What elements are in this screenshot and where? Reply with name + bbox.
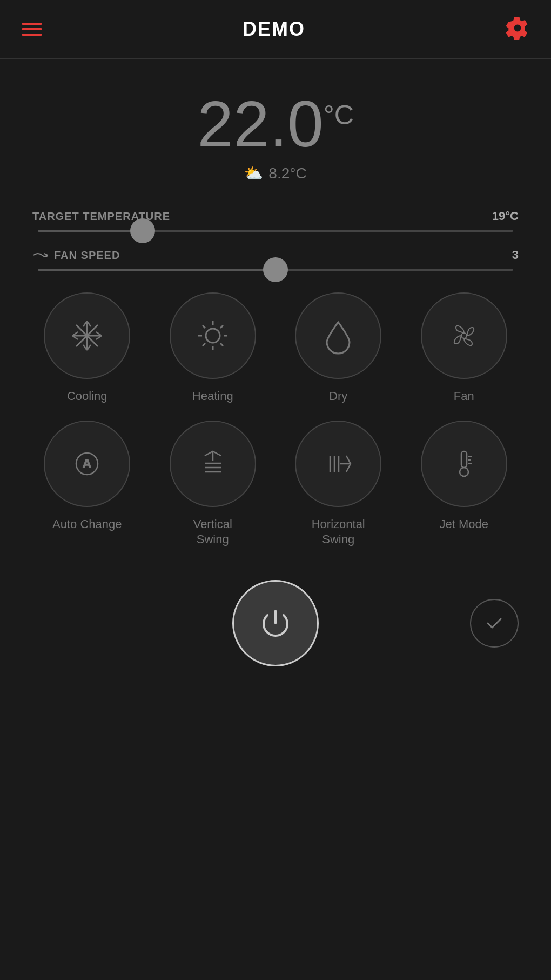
fan-speed-fill xyxy=(38,269,276,271)
temperature-display: 22.0°C ⛅ 8.2°C xyxy=(32,81,519,182)
target-temp-slider[interactable] xyxy=(38,230,513,232)
header: DEMO xyxy=(0,0,551,59)
mode-jet[interactable]: Jet Mode xyxy=(409,421,519,548)
power-button[interactable] xyxy=(232,580,319,666)
svg-point-14 xyxy=(206,329,220,343)
sun-icon xyxy=(194,317,232,355)
fan-icon xyxy=(445,317,483,355)
dry-circle xyxy=(295,292,381,379)
page-title: DEMO xyxy=(243,18,305,41)
mode-fan[interactable]: Fan xyxy=(409,292,519,404)
bottom-controls xyxy=(32,580,519,666)
dry-label: Dry xyxy=(329,389,347,404)
target-temp-row: TARGET TEMPERATURE 19°C xyxy=(32,209,519,232)
fan-circle xyxy=(421,292,507,379)
auto-change-label: Auto Change xyxy=(52,517,122,532)
horizontal-swing-circle xyxy=(295,421,381,507)
fan-speed-label: FAN SPEED xyxy=(32,249,120,262)
auto-icon: A xyxy=(68,445,106,483)
check-icon xyxy=(483,612,505,634)
drop-icon xyxy=(319,317,357,355)
heating-label: Heating xyxy=(192,389,233,404)
svg-point-35 xyxy=(460,468,468,476)
jet-mode-label: Jet Mode xyxy=(440,517,489,532)
horizontal-swing-label: Horizontal Swing xyxy=(312,517,365,548)
svg-line-19 xyxy=(203,325,205,328)
svg-line-22 xyxy=(203,343,205,346)
heating-circle xyxy=(170,292,256,379)
target-temp-thumb[interactable] xyxy=(130,218,155,243)
fan-speed-row: FAN SPEED 3 xyxy=(32,248,519,271)
mode-horizontal-swing[interactable]: Horizontal Swing xyxy=(284,421,393,548)
settings-button[interactable] xyxy=(506,16,529,42)
thermometer-icon xyxy=(445,445,483,483)
weather-icon: ⛅ xyxy=(244,164,263,182)
fan-speed-icon xyxy=(32,250,49,261)
power-icon xyxy=(257,604,294,642)
auto-change-circle: A xyxy=(44,421,130,507)
fan-speed-slider[interactable] xyxy=(38,269,513,271)
mode-heating[interactable]: Heating xyxy=(158,292,268,404)
sliders-section: TARGET TEMPERATURE 19°C FAN SPEED xyxy=(32,209,519,271)
cooling-label: Cooling xyxy=(67,389,107,404)
mode-auto-change[interactable]: A Auto Change xyxy=(32,421,142,548)
mode-cooling[interactable]: Cooling xyxy=(32,292,142,404)
mode-vertical-swing[interactable]: Vertical Swing xyxy=(158,421,268,548)
svg-text:A: A xyxy=(83,457,91,470)
jet-mode-circle xyxy=(421,421,507,507)
outside-temperature: ⛅ 8.2°C xyxy=(32,164,519,182)
menu-button[interactable] xyxy=(22,23,42,36)
vertical-swing-icon xyxy=(194,445,232,483)
horizontal-swing-icon xyxy=(319,445,357,483)
svg-point-23 xyxy=(461,333,467,338)
mode-dry[interactable]: Dry xyxy=(284,292,393,404)
fan-speed-value: 3 xyxy=(512,248,519,262)
svg-line-20 xyxy=(220,343,223,346)
fan-speed-thumb[interactable] xyxy=(263,257,288,282)
modes-grid: Cooling Heating xyxy=(32,292,519,548)
svg-rect-34 xyxy=(461,451,467,468)
vertical-swing-label: Vertical Swing xyxy=(193,517,232,548)
current-temperature: 22.0°C xyxy=(32,91,519,156)
cooling-circle xyxy=(44,292,130,379)
confirm-button[interactable] xyxy=(470,599,519,648)
target-temp-fill xyxy=(38,230,143,232)
svg-line-21 xyxy=(220,325,223,328)
gear-icon xyxy=(506,16,529,40)
fan-label: Fan xyxy=(454,389,474,404)
main-content: 22.0°C ⛅ 8.2°C TARGET TEMPERATURE 19°C xyxy=(0,59,551,699)
vertical-swing-circle xyxy=(170,421,256,507)
target-temp-value: 19°C xyxy=(492,209,519,223)
snowflake-icon xyxy=(68,317,106,355)
